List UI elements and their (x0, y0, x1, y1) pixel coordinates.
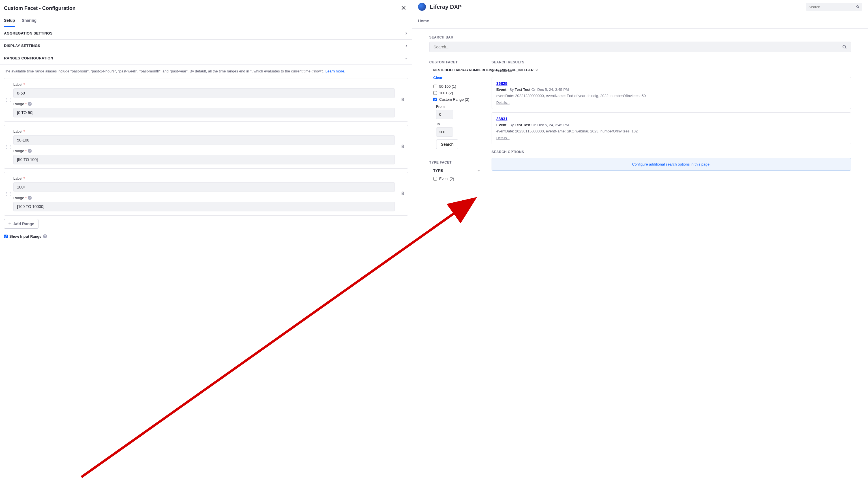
result-details-link[interactable]: Details... (496, 101, 510, 105)
section-aggregation[interactable]: AGGREGATION SETTINGS (0, 27, 412, 40)
show-input-range-checkbox[interactable] (4, 235, 8, 238)
to-input[interactable] (436, 127, 453, 137)
show-input-range-label: Show Input Range (9, 234, 41, 239)
help-icon[interactable]: ? (28, 149, 32, 153)
type-header-label: TYPE (433, 169, 443, 173)
result-card: 36829 Event · By Test Test On Dec 5, 24,… (492, 77, 851, 109)
plus-icon (8, 222, 11, 225)
add-range-label: Add Range (13, 221, 34, 226)
range-label-input[interactable] (13, 135, 395, 145)
ranges-help-text: The available time range aliases include… (4, 68, 408, 74)
type-facet-section: TYPE FACET TYPE Event (2) (429, 160, 480, 182)
ranges-body: The available time range aliases include… (0, 64, 412, 244)
facet-search-button[interactable]: Search (436, 140, 458, 149)
section-display[interactable]: DISPLAY SETTINGS (0, 40, 412, 52)
range-fields: Label * Range * ? (13, 79, 398, 121)
type-facet-header[interactable]: TYPE (429, 169, 480, 173)
tab-setup[interactable]: Setup (4, 15, 15, 27)
type-facet-checkbox[interactable] (433, 177, 437, 181)
required-marker: * (25, 196, 27, 200)
required-marker: * (25, 102, 27, 106)
facet-item-custom-range[interactable]: Custom Range (2) (429, 96, 480, 103)
add-range-button[interactable]: Add Range (4, 219, 38, 228)
nav-home[interactable]: Home (418, 19, 429, 23)
range-card: ⋮⋮ Label * Range * ? (4, 78, 408, 122)
result-date: On Dec 5, 24, 3:45 PM (531, 87, 569, 92)
facet-field-header[interactable]: NESTEDFIELDARRAY.NUMBEROFINVITEES.VALUE_… (429, 68, 480, 73)
search-options-title: SEARCH OPTIONS (492, 150, 851, 154)
facet-checkbox[interactable] (433, 85, 437, 88)
config-title: Custom Facet - Configuration (4, 5, 75, 11)
result-author: Test Test (515, 87, 530, 92)
drag-icon: ⋮⋮ (4, 193, 13, 195)
brand-logo (418, 3, 426, 11)
search-bar-section: SEARCH BAR (429, 35, 851, 52)
main-search-input[interactable] (434, 45, 842, 49)
result-author: Test Test (515, 123, 530, 127)
facet-item-label: 50-100 (1) (439, 84, 456, 89)
facet-item[interactable]: 50-100 (1) (429, 83, 480, 90)
result-id-link[interactable]: 36831 (496, 117, 507, 121)
close-button[interactable] (399, 3, 408, 13)
result-type: Event (496, 87, 506, 92)
facet-item-label: Custom Range (2) (439, 97, 469, 101)
delete-range-button[interactable] (400, 143, 406, 150)
drag-handle[interactable]: ⋮⋮ (4, 79, 13, 121)
result-description: eventDate: 20230115000000, eventName: SK… (496, 129, 846, 134)
learn-more-link[interactable]: Learn more. (326, 69, 345, 73)
svg-point-1 (843, 45, 846, 48)
section-display-label: DISPLAY SETTINGS (4, 43, 40, 48)
top-search-box[interactable] (806, 3, 862, 11)
facet-checkbox[interactable] (433, 91, 437, 95)
range-value-input[interactable] (13, 202, 395, 211)
top-search-input[interactable] (809, 5, 856, 9)
custom-facet-title: CUSTOM FACET (429, 60, 480, 64)
help-icon[interactable]: ? (43, 234, 47, 238)
result-by: By (509, 123, 514, 127)
delete-range-button[interactable] (400, 190, 406, 197)
help-icon[interactable]: ? (28, 196, 32, 200)
search-options-section: SEARCH OPTIONS Configure additional sear… (492, 150, 851, 171)
trash-icon (401, 191, 405, 195)
main-search-box[interactable] (429, 41, 851, 52)
delete-range-button[interactable] (400, 96, 406, 103)
type-facet-item-label: Event (2) (439, 177, 454, 181)
label-label: Label (13, 129, 22, 133)
clear-facet-link[interactable]: Clear (429, 75, 480, 80)
close-icon (401, 6, 406, 10)
result-description: eventDate: 20221230000000, eventName: En… (496, 93, 846, 98)
to-label: To (436, 122, 480, 126)
help-text-content: The available time range aliases include… (4, 69, 326, 73)
type-facet-item[interactable]: Event (2) (429, 176, 480, 182)
result-meta: Event · By Test Test On Dec 5, 24, 3:45 … (496, 87, 846, 92)
range-label-input[interactable] (13, 88, 395, 98)
search-icon (856, 5, 860, 9)
brand-name: Liferay DXP (430, 4, 462, 10)
trash-icon (401, 97, 405, 101)
result-details-link[interactable]: Details... (496, 136, 510, 140)
facet-checkbox[interactable] (433, 98, 437, 101)
range-value-input[interactable] (13, 155, 395, 164)
chevron-right-icon (405, 32, 408, 35)
range-fields: Label * Range * ? (13, 125, 398, 169)
range-value-input[interactable] (13, 108, 395, 117)
drag-handle[interactable]: ⋮⋮ (4, 172, 13, 215)
result-type: Event (496, 123, 506, 127)
section-ranges[interactable]: RANGES CONFIGURATION (0, 52, 412, 64)
from-input[interactable] (436, 110, 453, 119)
type-facet-title: TYPE FACET (429, 160, 480, 164)
results-column: SEARCH RESULTS 2 Results for 36829 Event… (492, 60, 851, 182)
range-card: ⋮⋮ Label * Range * ? (4, 125, 408, 169)
section-ranges-label: RANGES CONFIGURATION (4, 56, 53, 60)
result-id-link[interactable]: 36829 (496, 81, 507, 86)
top-bar: Liferay DXP (412, 0, 868, 13)
tab-sharing[interactable]: Sharing (22, 15, 36, 27)
search-options-link[interactable]: Configure additional search options in t… (492, 158, 851, 171)
help-icon[interactable]: ? (28, 102, 32, 106)
range-label-input[interactable] (13, 182, 395, 192)
facet-item[interactable]: 100+ (2) (429, 90, 480, 96)
custom-range-inputs: From To Search (429, 104, 480, 149)
chevron-right-icon (405, 44, 408, 48)
facets-column: CUSTOM FACET NESTEDFIELDARRAY.NUMBEROFIN… (429, 60, 480, 182)
drag-handle[interactable]: ⋮⋮ (4, 125, 13, 169)
